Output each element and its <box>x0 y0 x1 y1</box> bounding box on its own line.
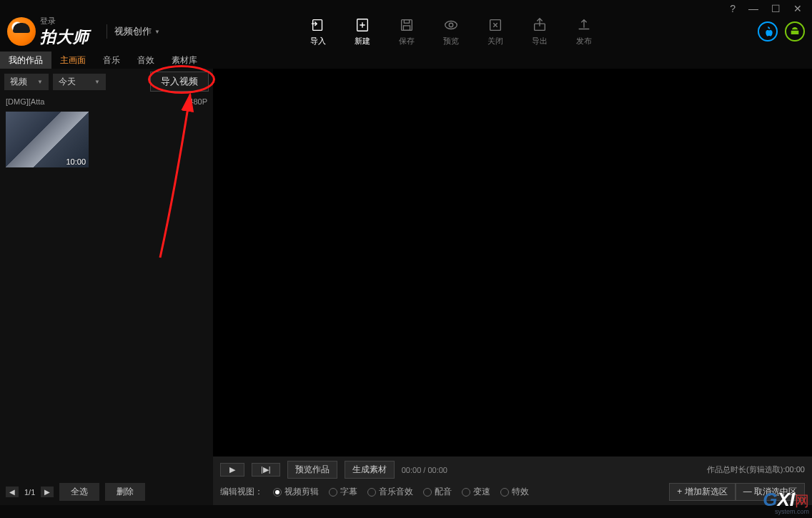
date-dropdown[interactable]: 今天▼ <box>53 74 106 90</box>
tab-sfx[interactable]: 音效 <box>129 52 163 69</box>
divider <box>107 24 107 39</box>
tab-library[interactable]: 素材库 <box>163 52 206 69</box>
tab-mainscreen[interactable]: 主画面 <box>51 52 94 69</box>
publish-icon <box>576 17 592 33</box>
export-icon <box>532 17 548 33</box>
tool-label: 预览 <box>443 36 459 47</box>
new-icon <box>355 17 370 33</box>
save-icon <box>399 17 415 33</box>
save-tool-button[interactable]: 保存 <box>399 17 415 47</box>
preview-work-button[interactable]: 预览作品 <box>287 461 337 479</box>
tool-label: 新建 <box>355 36 370 47</box>
help-icon[interactable]: ? <box>730 3 736 11</box>
watermark: GXI网 system.com <box>763 489 809 515</box>
radio-label: 特效 <box>512 486 529 498</box>
total-duration-label: 作品总时长(剪辑选取):00:00 <box>707 464 805 475</box>
maximize-icon[interactable]: ☐ <box>771 3 781 11</box>
chevron-down-icon: ▼ <box>37 79 43 85</box>
publish-tool-button[interactable]: 发布 <box>576 17 592 47</box>
preview-tool-button[interactable]: 预览 <box>443 17 459 47</box>
import-tool-button[interactable]: 导入 <box>310 17 326 47</box>
chevron-down-icon: ▼ <box>94 79 100 85</box>
radio-icon <box>367 488 376 497</box>
import-icon <box>310 17 326 33</box>
close-icon <box>487 17 503 33</box>
radio-effects[interactable]: 特效 <box>500 486 529 498</box>
radio-icon <box>329 488 337 497</box>
add-selection-button[interactable]: + 增加新选区 <box>669 483 735 501</box>
date-value: 今天 <box>59 76 76 88</box>
svg-rect-4 <box>403 25 410 29</box>
app-logo <box>7 17 36 46</box>
radio-icon <box>500 488 509 497</box>
tool-label: 导出 <box>532 36 548 47</box>
radio-label: 配音 <box>435 486 452 498</box>
clip-name: [DMG][Atta <box>6 97 44 106</box>
page-prev-button[interactable]: ◀ <box>6 487 19 497</box>
preview-area <box>213 69 812 456</box>
tab-music[interactable]: 音乐 <box>94 52 129 69</box>
tab-myworks[interactable]: 我的作品 <box>0 52 51 69</box>
radio-label: 字幕 <box>340 486 357 498</box>
radio-icon <box>423 488 432 497</box>
clip-resolution: 480P <box>189 97 207 106</box>
type-dropdown[interactable]: 视频▼ <box>4 74 49 90</box>
svg-rect-0 <box>313 19 322 30</box>
page-indicator: 1/1 <box>24 488 35 497</box>
radio-label: 变速 <box>473 486 490 498</box>
step-button[interactable]: |▶| <box>252 463 280 477</box>
tool-label: 导入 <box>310 36 326 47</box>
mode-dropdown[interactable]: 视频创作 ▼ <box>114 25 160 38</box>
radio-subtitle[interactable]: 字幕 <box>329 486 357 498</box>
preview-icon <box>443 17 459 33</box>
svg-point-6 <box>449 23 453 27</box>
generate-material-button[interactable]: 生成素材 <box>345 461 395 479</box>
brand-name: 拍大师 <box>40 26 89 48</box>
login-link[interactable]: 登录 <box>40 16 89 26</box>
radio-speed[interactable]: 变速 <box>462 486 490 498</box>
android-icon[interactable] <box>785 21 805 41</box>
delete-button[interactable]: 删除 <box>105 483 145 501</box>
play-button[interactable]: ▶ <box>220 463 244 477</box>
edit-view-label: 编辑视图： <box>220 486 263 498</box>
page-next-button[interactable]: ▶ <box>41 487 54 497</box>
video-thumbnail[interactable]: 10:00 <box>6 112 89 167</box>
import-video-button[interactable]: 导入视频 <box>150 72 209 92</box>
time-display: 00:00 / 00:00 <box>402 466 447 474</box>
radio-label: 音乐音效 <box>379 486 413 498</box>
export-tool-button[interactable]: 导出 <box>532 17 548 47</box>
svg-point-5 <box>445 21 457 29</box>
radio-icon <box>273 488 282 497</box>
tool-label: 保存 <box>399 36 415 47</box>
close-icon[interactable]: ✕ <box>793 3 802 11</box>
radio-label: 视频剪辑 <box>284 486 319 498</box>
radio-icon <box>462 488 470 497</box>
radio-musiceffect[interactable]: 音乐音效 <box>367 486 413 498</box>
close-tool-button[interactable]: 关闭 <box>487 17 503 47</box>
select-all-button[interactable]: 全选 <box>59 483 99 501</box>
radio-dubbing[interactable]: 配音 <box>423 486 452 498</box>
clip-duration: 10:00 <box>66 157 86 166</box>
mode-label: 视频创作 <box>114 25 152 38</box>
minimize-icon[interactable]: — <box>748 3 758 11</box>
chevron-down-icon: ▼ <box>154 29 160 35</box>
new-tool-button[interactable]: 新建 <box>355 17 370 47</box>
tool-label: 发布 <box>576 36 592 47</box>
radio-videoedit[interactable]: 视频剪辑 <box>273 486 319 498</box>
ios-icon[interactable] <box>758 21 778 41</box>
tool-label: 关闭 <box>487 36 503 47</box>
type-value: 视频 <box>10 76 27 88</box>
svg-rect-3 <box>404 19 409 23</box>
